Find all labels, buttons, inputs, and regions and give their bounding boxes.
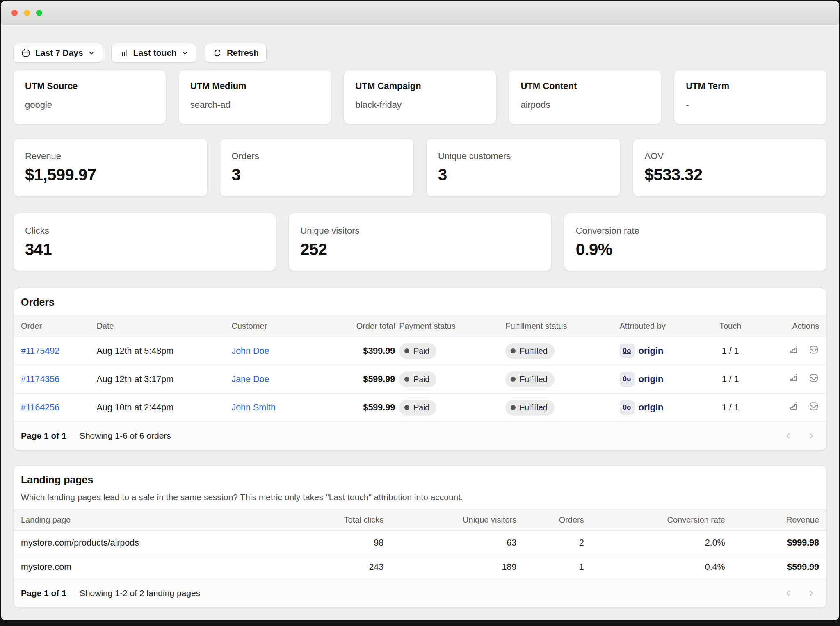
revenue-value: $999.98 [725, 538, 819, 548]
toolbar: Last 7 Days Last touch [13, 43, 827, 63]
prev-page-button[interactable] [782, 430, 794, 442]
payment-status-badge: Paid [399, 400, 436, 416]
metric-value: 0.9% [576, 240, 815, 259]
metric-value: 3 [232, 166, 402, 184]
dashboard: Last 7 Days Last touch [1, 25, 839, 608]
order-number-link[interactable]: #1174356 [21, 374, 59, 384]
next-page-button[interactable] [805, 430, 817, 442]
refresh-button[interactable]: Refresh [205, 43, 267, 63]
utm-card-label: UTM Campaign [356, 81, 485, 91]
unique-visitors-value: 189 [383, 562, 516, 572]
customer-link[interactable]: John Smith [231, 403, 276, 412]
orders-table-header: Order Date Customer Order total Payment … [14, 315, 826, 337]
order-box-icon[interactable] [808, 373, 819, 383]
origin-logo-icon: 0o [620, 344, 635, 358]
utm-campaign-card: UTM Campaign black-friday [344, 70, 497, 125]
date-range-dropdown[interactable]: Last 7 Days [13, 43, 103, 63]
order-total: $599.99 [340, 374, 395, 385]
zoom-window-button[interactable] [36, 10, 42, 16]
page-indicator: Page 1 of 1 [21, 431, 66, 441]
journey-steps-icon[interactable] [789, 373, 799, 383]
metric-value: 252 [300, 240, 539, 259]
metric-value: $1,599.97 [25, 166, 196, 184]
order-row: #1164256 Aug 10th at 2:44pm John Smith $… [14, 394, 826, 422]
column-header-order-total: Order total [340, 321, 395, 331]
total-clicks-value: 243 [250, 562, 383, 572]
utm-card-label: UTM Term [686, 81, 815, 91]
journey-steps-icon[interactable] [789, 344, 799, 355]
utm-source-card: UTM Source google [13, 70, 166, 125]
column-header-touch: Touch [700, 321, 761, 331]
attributed-by-brand: 0oorigin [620, 400, 664, 415]
next-page-button[interactable] [805, 587, 817, 599]
refresh-label: Refresh [227, 48, 259, 58]
order-total: $599.99 [340, 403, 395, 413]
utm-card-value: search-ad [190, 100, 320, 110]
utm-medium-card: UTM Medium search-ad [178, 70, 331, 125]
order-number-link[interactable]: #1164256 [21, 403, 59, 412]
journey-steps-icon[interactable] [789, 401, 799, 412]
attribution-model-dropdown[interactable]: Last touch [111, 43, 196, 63]
metric-label: Orders [232, 151, 402, 162]
close-window-button[interactable] [11, 10, 18, 16]
touch-count: 1 / 1 [700, 346, 761, 356]
status-dot-icon [404, 405, 409, 410]
column-header-payment-status: Payment status [395, 321, 501, 331]
order-row: #1174356 Aug 12th at 3:17pm Jane Doe $59… [14, 365, 826, 394]
origin-brand-name: origin [639, 374, 664, 385]
landing-pages-title: Landing pages [21, 474, 819, 486]
order-box-icon[interactable] [808, 401, 819, 412]
column-header-attributed-by: Attributed by [614, 321, 700, 331]
customer-link[interactable]: John Doe [231, 346, 269, 356]
origin-brand-name: origin [639, 346, 664, 356]
customer-link[interactable]: Jane Doe [231, 374, 269, 384]
utm-card-label: UTM Source [25, 81, 154, 91]
column-header-customer: Customer [231, 321, 340, 331]
column-header-actions: Actions [761, 321, 819, 331]
orders-metric-card: Orders 3 [220, 138, 414, 197]
fulfillment-status-badge: Fulfilled [505, 343, 554, 359]
metric-label: AOV [645, 151, 815, 162]
landing-page-row: mystore.com/products/airpods 98 63 2 2.0… [14, 531, 826, 555]
bar-chart-icon [119, 48, 129, 58]
showing-count: Showing 1-6 of 6 orders [80, 431, 171, 441]
minimize-window-button[interactable] [24, 10, 30, 16]
column-header-date: Date [96, 321, 231, 331]
showing-count: Showing 1-2 of 2 landing pages [80, 588, 200, 598]
landing-table-footer: Page 1 of 1 Showing 1-2 of 2 landing pag… [14, 579, 826, 607]
payment-status-badge: Paid [399, 371, 436, 387]
fulfillment-status-badge: Fulfilled [505, 371, 554, 387]
metrics-row-1: Revenue $1,599.97 Orders 3 Unique custom… [13, 138, 827, 197]
order-number-link[interactable]: #1175492 [21, 346, 59, 356]
column-header-landing-page: Landing page [21, 515, 250, 525]
metric-label: Revenue [25, 151, 196, 162]
status-dot-icon [511, 348, 516, 353]
order-box-icon[interactable] [808, 344, 819, 355]
metric-value: $533.32 [645, 166, 815, 184]
orders-value: 1 [516, 562, 584, 572]
order-date: Aug 10th at 2:44pm [96, 403, 231, 413]
orders-table-footer: Page 1 of 1 Showing 1-6 of 6 orders [14, 422, 826, 450]
landing-page-url: mystore.com [21, 562, 250, 572]
metric-label: Clicks [25, 225, 264, 236]
status-dot-icon [511, 377, 516, 382]
prev-page-button[interactable] [782, 587, 794, 599]
column-header-total-clicks: Total clicks [250, 515, 383, 525]
orders-value: 2 [516, 538, 584, 548]
landing-page-url: mystore.com/products/airpods [21, 538, 250, 548]
utm-term-card: UTM Term - [674, 70, 827, 125]
payment-status-badge: Paid [399, 343, 436, 359]
conversion-rate-metric-card: Conversion rate 0.9% [564, 213, 827, 271]
unique-visitors-metric-card: Unique visitors 252 [288, 213, 551, 271]
utm-content-card: UTM Content airpods [509, 70, 662, 125]
landing-pages-description: Which landing pages lead to a sale in th… [21, 492, 819, 502]
chevron-down-icon [88, 49, 95, 57]
conversion-rate-value: 0.4% [584, 562, 725, 572]
metric-label: Unique visitors [300, 225, 539, 236]
orders-panel: Orders Order Date Customer Order total P… [13, 288, 827, 450]
order-date: Aug 12th at 3:17pm [96, 374, 231, 385]
status-dot-icon [511, 405, 516, 410]
column-header-orders: Orders [516, 515, 584, 525]
conversion-rate-value: 2.0% [584, 538, 725, 548]
metric-value: 341 [25, 240, 264, 259]
